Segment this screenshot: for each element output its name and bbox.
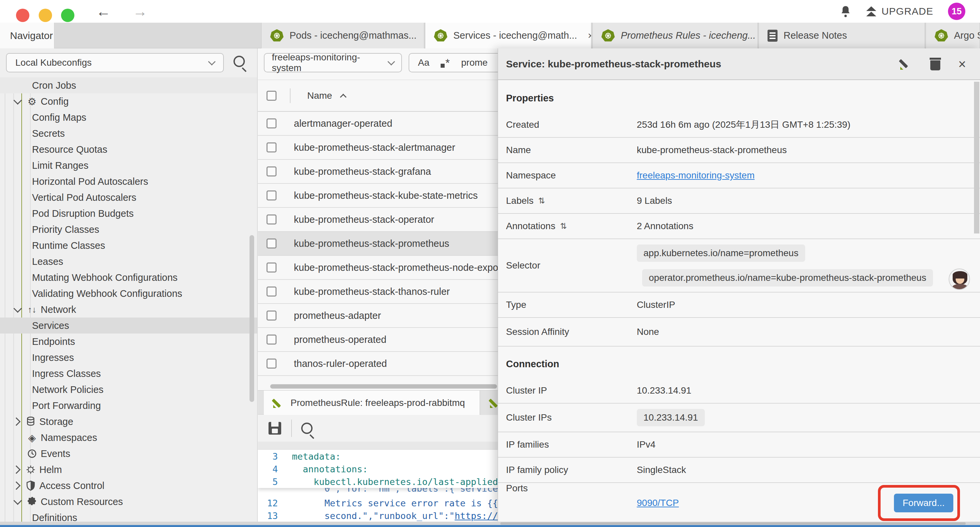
chevron-right-icon[interactable] [12, 417, 20, 426]
chevron-down-icon[interactable] [13, 96, 22, 104]
chevron-right-icon[interactable] [12, 465, 20, 474]
sidebar-item-limit-ranges[interactable]: Limit Ranges [0, 158, 257, 174]
services-hscrollbar-thumb[interactable] [270, 384, 497, 388]
tab-release-notes[interactable]: Release Notes [759, 23, 925, 48]
sidebar-item-namespaces[interactable]: ◈Namespaces [0, 430, 257, 446]
tab-navigator[interactable]: Navigator [0, 23, 54, 48]
upgrade-button[interactable]: UPGRADE [866, 6, 933, 17]
chevron-down-icon[interactable] [13, 304, 22, 312]
select-all-checkbox[interactable] [267, 91, 277, 101]
chevron-right-icon[interactable] [12, 481, 20, 490]
back-arrow-button[interactable]: ← [96, 3, 111, 20]
close-drawer-icon[interactable]: × [958, 57, 966, 71]
drawer-vscrollbar-thumb[interactable] [974, 82, 979, 234]
sidebar-scrollbar-thumb[interactable] [250, 235, 254, 402]
port-link[interactable]: 9090/TCP [637, 498, 679, 508]
editor-tab-label: PrometheusRule: freeleaps-prod-rabbitmq [291, 398, 465, 408]
sidebar-item-secrets[interactable]: Secrets [0, 126, 257, 142]
forward-button[interactable]: Forward... [894, 494, 953, 512]
regex-toggle[interactable]: * [441, 56, 450, 69]
sort-ascending-icon[interactable] [340, 94, 347, 100]
row-checkbox[interactable] [267, 287, 277, 296]
row-checkbox[interactable] [267, 142, 277, 153]
tab-argo-se[interactable]: Argo Se [926, 23, 980, 48]
sidebar-item-runtime-classes[interactable]: Runtime Classes [0, 237, 257, 253]
sidebar-item-services[interactable]: Services [0, 318, 257, 334]
sidebar-item-label: Custom Resources [41, 496, 123, 507]
row-checkbox[interactable] [267, 215, 277, 224]
notification-badge[interactable]: 15 [948, 3, 965, 20]
minimize-window-button[interactable] [39, 9, 52, 22]
sidebar-item-horizontal-pod-autoscalers[interactable]: Horizontal Pod Autoscalers [0, 174, 257, 189]
row-checkbox[interactable] [267, 191, 277, 201]
filter-query-input[interactable]: prome [461, 57, 487, 68]
sidebar-item-config[interactable]: ⚙Config [0, 93, 257, 110]
sidebar-item-events[interactable]: Events [0, 446, 257, 462]
edit-service-icon[interactable] [900, 58, 912, 70]
sidebar-item-helm[interactable]: Helm [0, 462, 257, 478]
sidebar-item-cron-jobs[interactable]: Cron Jobs [0, 77, 257, 93]
close-window-button[interactable] [16, 9, 29, 22]
delete-service-icon[interactable] [930, 58, 941, 70]
kubeconfig-select[interactable]: Local Kubeconfigs [6, 53, 224, 72]
chevron-down-icon[interactable] [13, 496, 22, 505]
sidebar-item-priority-classes[interactable]: Priority Classes [0, 221, 257, 237]
tab-strip: Navigator Pods - icecheng@mathmas...Serv… [0, 23, 980, 48]
row-checkbox[interactable] [267, 334, 277, 345]
navigator-search-icon[interactable] [234, 56, 245, 67]
sidebar-item-ingress-classes[interactable]: Ingress Classes [0, 366, 257, 382]
property-label: Name [506, 145, 637, 155]
row-checkbox[interactable] [267, 310, 277, 320]
upgrade-chevrons-icon [866, 6, 876, 16]
tab-pods-icecheng-mathmas[interactable]: Pods - icecheng@mathmas... [261, 23, 424, 48]
sidebar-item-port-forwarding[interactable]: Port Forwarding [0, 398, 257, 414]
sidebar-item-access-control[interactable]: Access Control [0, 478, 257, 494]
row-checkbox[interactable] [267, 263, 277, 272]
sidebar-item-network[interactable]: ↑↓Network [0, 301, 257, 318]
line-number: 5 [258, 477, 286, 487]
tab-label: Prometheus Rules - icecheng... [621, 30, 756, 41]
sidebar-item-ingresses[interactable]: Ingresses [0, 350, 257, 366]
property-value: 10.233.14.91 [637, 404, 980, 431]
sidebar-item-validating-webhook-configurations[interactable]: Validating Webhook Configurations [0, 285, 257, 301]
tab-services-icecheng-math[interactable]: Services - icecheng@math...× [425, 23, 592, 48]
save-icon[interactable] [269, 422, 281, 435]
sidebar-item-config-maps[interactable]: Config Maps [0, 110, 257, 126]
service-name: kube-prometheus-stack-prometheus-node-ex… [294, 262, 513, 273]
property-value: kube-prometheus-stack-prometheus [637, 139, 980, 161]
sort-updown-icon[interactable]: ⇅ [538, 196, 545, 205]
value-chip: app.kubernetes.io/name=prometheus [637, 245, 805, 262]
sidebar-item-resource-quotas[interactable]: Resource Quotas [0, 142, 257, 158]
row-checkbox[interactable] [267, 166, 277, 177]
row-checkbox[interactable] [267, 118, 277, 128]
sidebar-item-network-policies[interactable]: Network Policies [0, 382, 257, 398]
name-column-header[interactable]: Name [307, 91, 332, 101]
sidebar-item-endpoints[interactable]: Endpoints [0, 334, 257, 350]
bell-icon[interactable] [840, 5, 851, 18]
sidebar-item-mutating-webhook-configurations[interactable]: Mutating Webhook Configurations [0, 269, 257, 285]
forward-button-wrap: Forward... [894, 494, 953, 512]
namespace-select[interactable]: freeleaps-monitoring-system [264, 53, 402, 72]
editor-search-icon[interactable] [301, 423, 313, 434]
drawer-hscrollbar-thumb[interactable] [500, 522, 966, 525]
row-checkbox[interactable] [267, 358, 277, 369]
forward-arrow-button[interactable]: → [133, 3, 148, 20]
editor-line-content: second.","runbook_url":"https://net [286, 511, 514, 521]
match-case-toggle[interactable]: Aa [418, 57, 429, 68]
editor-tab-prometheusrule[interactable]: PrometheusRule: freeleaps-prod-rabbitmq [264, 390, 480, 415]
sort-updown-icon[interactable]: ⇅ [560, 221, 567, 231]
row-checkbox[interactable] [267, 239, 277, 248]
sidebar-item-storage[interactable]: Storage [0, 414, 257, 430]
maximize-window-button[interactable] [61, 9, 75, 22]
avatar[interactable] [949, 269, 970, 290]
property-label: Namespace [506, 170, 637, 181]
sidebar-item-leases[interactable]: Leases [0, 253, 257, 269]
close-tab-icon[interactable]: × [588, 30, 592, 41]
sidebar-item-vertical-pod-autoscalers[interactable]: Vertical Pod Autoscalers [0, 189, 257, 205]
sidebar-item-definitions[interactable]: Definitions [0, 509, 257, 522]
sidebar-item-pod-disruption-budgets[interactable]: Pod Disruption Budgets [0, 205, 257, 221]
tab-prometheus-rules-icecheng[interactable]: Prometheus Rules - icecheng... [592, 23, 758, 48]
navigator-tab-label: Navigator [10, 30, 53, 41]
sidebar-item-custom-resources[interactable]: Custom Resources [0, 494, 257, 509]
namespace-link[interactable]: freeleaps-monitoring-system [637, 170, 980, 181]
